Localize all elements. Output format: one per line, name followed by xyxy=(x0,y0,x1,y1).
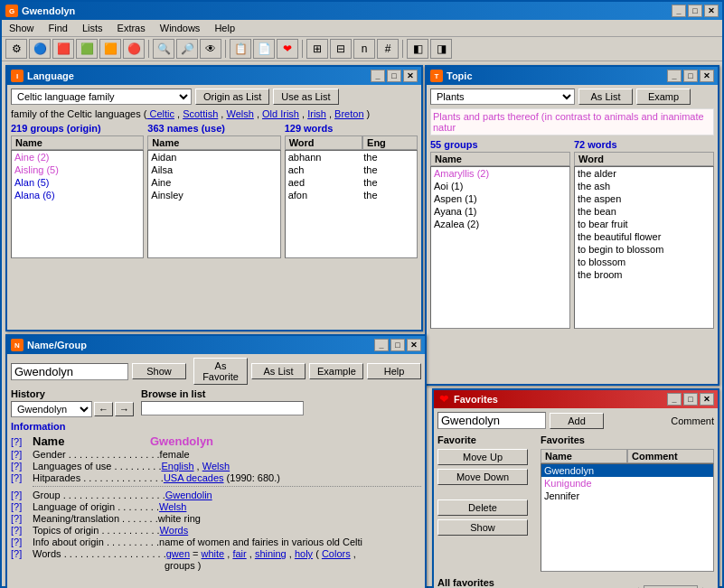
link-celtic[interactable]: Celtic xyxy=(146,108,174,119)
browse-input[interactable] xyxy=(141,401,304,415)
toolbar-btn-5[interactable]: 🟧 xyxy=(99,39,121,59)
link-usa-decades[interactable]: USA decades xyxy=(164,472,224,483)
toolbar-btn-14[interactable]: ⊟ xyxy=(330,39,352,59)
link-scottish[interactable]: Scottish xyxy=(183,108,218,119)
group-item-aisling[interactable]: Aisling (5) xyxy=(12,163,143,176)
language-minimize[interactable]: _ xyxy=(371,70,385,82)
info-q-info-origin[interactable]: [?] xyxy=(11,537,29,547)
info-q-group[interactable]: [?] xyxy=(11,490,29,500)
topic-group-aspen[interactable]: Aspen (1) xyxy=(431,192,569,205)
language-dropdown[interactable]: Celtic language family xyxy=(11,89,192,105)
info-q-topics[interactable]: [?] xyxy=(11,525,29,536)
info-q-languages[interactable]: [?] xyxy=(11,461,29,471)
scroll-left-button[interactable]: ◄ xyxy=(627,583,642,588)
topic-dropdown[interactable]: Plants xyxy=(430,89,575,105)
toolbar-btn-17[interactable]: ◧ xyxy=(407,39,428,59)
toolbar-btn-18[interactable]: ◨ xyxy=(430,39,452,59)
topic-example-button[interactable]: Examp xyxy=(636,89,691,105)
topic-group-azalea[interactable]: Azalea (2) xyxy=(431,218,569,230)
topic-group-amaryllis[interactable]: Amaryllis (2) xyxy=(431,167,569,180)
fav-item-gwendolyn[interactable]: Gwendolyn xyxy=(541,464,713,477)
history-back-button[interactable]: ← xyxy=(94,402,113,416)
name-example-button[interactable]: Example xyxy=(309,363,363,379)
word-item-3[interactable]: aedthe xyxy=(286,176,417,189)
toolbar-btn-13[interactable]: ⊞ xyxy=(306,39,328,59)
group-item-alana[interactable]: Alana (6) xyxy=(12,189,143,201)
link-irish[interactable]: Irish xyxy=(307,108,326,119)
topic-word-begin-blossom[interactable]: to begin to blossom xyxy=(575,243,713,256)
history-forward-button[interactable]: → xyxy=(115,402,134,416)
name-input[interactable] xyxy=(11,363,128,380)
close-button[interactable]: ✕ xyxy=(704,5,719,17)
info-q-name[interactable]: [?] xyxy=(11,436,29,447)
favorites-add-button[interactable]: Add xyxy=(550,413,604,429)
name-show-button[interactable]: Show xyxy=(132,363,186,379)
info-q-hitparades[interactable]: [?] xyxy=(11,472,29,483)
group-item-aine[interactable]: Aine (2) xyxy=(12,151,143,163)
language-maximize[interactable]: □ xyxy=(387,70,401,82)
topic-word-bear-fruit[interactable]: to bear fruit xyxy=(575,218,713,230)
topic-word-broom[interactable]: the broom xyxy=(575,268,713,281)
link-shining[interactable]: shining xyxy=(255,548,287,559)
move-up-button[interactable]: Move Up xyxy=(437,449,528,465)
names-listbox[interactable]: Aidan Ailsa Aine Ainsley xyxy=(147,150,280,258)
menu-windows[interactable]: Windows xyxy=(156,22,204,34)
link-breton[interactable]: Breton xyxy=(334,108,363,119)
group-item-alan[interactable]: Alan (5) xyxy=(12,176,143,189)
info-q-origin-lang[interactable]: [?] xyxy=(11,501,29,512)
move-down-button[interactable]: Move Down xyxy=(437,469,528,485)
topic-minimize[interactable]: _ xyxy=(667,70,682,82)
scroll-right-button[interactable]: ► xyxy=(700,583,714,588)
word-item-1[interactable]: abhannthe xyxy=(286,151,417,163)
toolbar-btn-2[interactable]: 🔵 xyxy=(29,39,51,59)
name-maximize[interactable]: □ xyxy=(390,339,405,351)
toolbar-btn-1[interactable]: ⚙ xyxy=(5,39,27,59)
topic-word-aspen[interactable]: the aspen xyxy=(575,192,713,205)
link-english[interactable]: English xyxy=(161,461,193,471)
fav-item-kunigunde[interactable]: Kunigunde xyxy=(541,477,713,490)
fav-item-jennifer[interactable]: Jennifer xyxy=(541,490,713,502)
favorites-show-button[interactable]: Show xyxy=(437,519,528,536)
link-welsh-origin[interactable]: Welsh xyxy=(159,501,186,512)
toolbar-btn-3[interactable]: 🟥 xyxy=(52,39,74,59)
info-q-gender[interactable]: [?] xyxy=(11,449,29,460)
topic-group-aoi[interactable]: Aoi (1) xyxy=(431,180,569,192)
favorites-name-input[interactable] xyxy=(437,412,546,429)
toolbar-btn-12[interactable]: ❤ xyxy=(277,39,298,59)
topic-groups-listbox[interactable]: Amaryllis (2) Aoi (1) Aspen (1) Ayana (1… xyxy=(430,166,570,329)
words-listbox[interactable]: abhannthe achthe aedthe afonthe xyxy=(285,150,418,258)
minimize-button[interactable]: _ xyxy=(672,5,686,17)
language-close[interactable]: ✕ xyxy=(403,70,418,82)
origin-as-list-button[interactable]: Origin as List xyxy=(195,89,269,105)
word-item-2[interactable]: achthe xyxy=(286,163,417,176)
name-minimize[interactable]: _ xyxy=(374,339,389,351)
name-help-button[interactable]: Help xyxy=(367,363,421,379)
topic-words-listbox[interactable]: the alder the ash the aspen the bean to … xyxy=(574,166,714,329)
topic-close[interactable]: ✕ xyxy=(700,70,714,82)
word-item-4[interactable]: afonthe xyxy=(286,189,417,201)
link-gwendolin[interactable]: Gwendolin xyxy=(165,490,212,500)
name-item-aine[interactable]: Aine xyxy=(148,176,279,189)
topic-word-ash[interactable]: the ash xyxy=(575,180,713,192)
name-as-list-button[interactable]: As List xyxy=(251,363,306,379)
menu-find[interactable]: Find xyxy=(45,22,71,34)
toolbar-btn-7[interactable]: 🔍 xyxy=(153,39,174,59)
topic-word-beautiful-flower[interactable]: the beautiful flower xyxy=(575,230,713,243)
link-gwen[interactable]: gwen xyxy=(166,548,190,559)
use-as-list-button[interactable]: Use as List xyxy=(273,89,338,105)
link-fair[interactable]: fair xyxy=(232,548,246,559)
name-item-aidan[interactable]: Aidan xyxy=(148,151,279,163)
as-favorite-button[interactable]: As Favorite xyxy=(193,358,248,385)
history-dropdown[interactable]: Gwendolyn xyxy=(11,401,92,417)
toolbar-btn-11[interactable]: 📄 xyxy=(253,39,275,59)
topic-word-blossom[interactable]: to blossom xyxy=(575,256,713,268)
favorites-minimize[interactable]: _ xyxy=(667,393,682,406)
toolbar-btn-16[interactable]: # xyxy=(377,39,399,59)
menu-help[interactable]: Help xyxy=(211,22,239,34)
toolbar-btn-10[interactable]: 📋 xyxy=(230,39,251,59)
link-welsh[interactable]: Welsh xyxy=(226,108,253,119)
toolbar-btn-15[interactable]: n xyxy=(353,39,375,59)
menu-lists[interactable]: Lists xyxy=(79,22,107,34)
info-q-meaning[interactable]: [?] xyxy=(11,513,29,524)
delete-button[interactable]: Delete xyxy=(437,499,528,516)
